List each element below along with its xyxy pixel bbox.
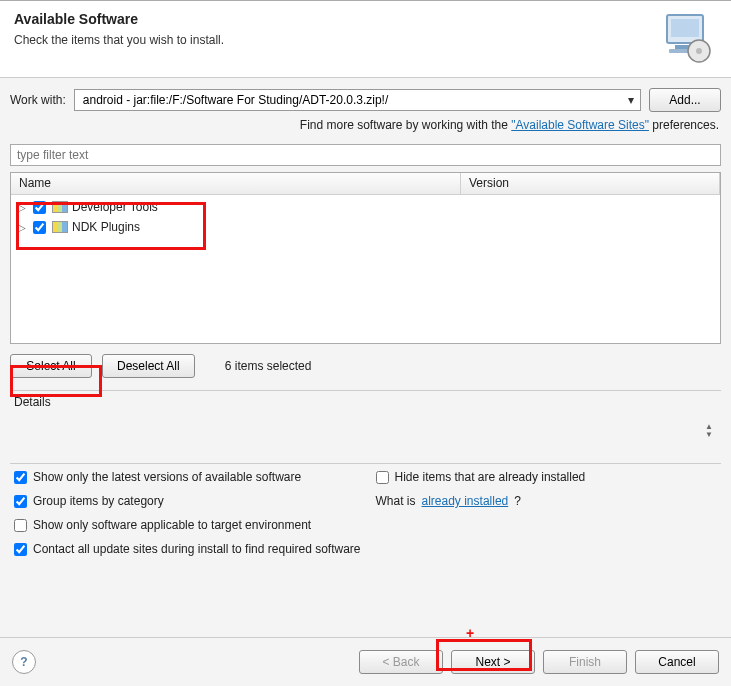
deselect-all-button[interactable]: Deselect All [102, 354, 195, 378]
expand-icon[interactable]: ▷ [17, 202, 27, 212]
category-icon [52, 221, 68, 233]
checkbox-target-env[interactable] [14, 519, 27, 532]
checkbox-contact-sites[interactable] [14, 543, 27, 556]
svg-point-5 [696, 48, 702, 54]
tree-checkbox[interactable] [33, 221, 46, 234]
checkbox-latest[interactable] [14, 471, 27, 484]
filter-input[interactable] [10, 144, 721, 166]
details-label: Details [14, 395, 721, 409]
add-button[interactable]: Add... [649, 88, 721, 112]
chevron-down-icon[interactable]: ▼ [705, 432, 713, 438]
opt-what-is: What is already installed? [376, 494, 718, 508]
checkbox-hide-installed[interactable] [376, 471, 389, 484]
opt-target-env[interactable]: Show only software applicable to target … [14, 518, 717, 532]
column-version[interactable]: Version [461, 173, 720, 194]
install-dialog: Available Software Check the items that … [0, 0, 731, 686]
work-with-combo[interactable]: ▾ [74, 89, 641, 111]
options-grid: Show only the latest versions of availab… [14, 470, 717, 556]
chevron-down-icon[interactable]: ▾ [624, 93, 638, 107]
dialog-header: Available Software Check the items that … [0, 1, 731, 78]
expand-icon[interactable]: ▷ [17, 222, 27, 232]
work-with-input[interactable] [81, 92, 624, 108]
page-subtitle: Check the items that you wish to install… [14, 33, 224, 47]
finish-button[interactable]: Finish [543, 650, 627, 674]
tree-item-label: Developer Tools [72, 200, 158, 214]
tree-checkbox[interactable] [33, 201, 46, 214]
next-button[interactable]: Next > [451, 650, 535, 674]
sites-info: Find more software by working with the "… [10, 118, 719, 132]
back-button[interactable]: < Back [359, 650, 443, 674]
opt-latest[interactable]: Show only the latest versions of availab… [14, 470, 356, 484]
annotation-cross-icon: + [466, 625, 474, 641]
checkbox-group[interactable] [14, 495, 27, 508]
dialog-footer: ? < Back Next > Finish Cancel [0, 637, 731, 686]
opt-hide-installed[interactable]: Hide items that are already installed [376, 470, 718, 484]
tree-row[interactable]: ▷ NDK Plugins [11, 217, 720, 237]
page-title: Available Software [14, 11, 224, 27]
already-installed-link[interactable]: already installed [422, 494, 509, 508]
cancel-button[interactable]: Cancel [635, 650, 719, 674]
category-icon [52, 201, 68, 213]
dialog-content: Work with: ▾ Add... Find more software b… [0, 78, 731, 556]
select-all-button[interactable]: Select All [10, 354, 92, 378]
details-scroll[interactable]: ▲ ▼ [705, 424, 713, 438]
selected-count: 6 items selected [225, 359, 312, 373]
available-sites-link[interactable]: "Available Software Sites" [511, 118, 649, 132]
work-with-label: Work with: [10, 93, 66, 107]
details-area: ▲ ▼ [10, 411, 721, 451]
help-icon[interactable]: ? [12, 650, 36, 674]
install-icon [657, 11, 717, 65]
column-name[interactable]: Name [11, 173, 461, 194]
opt-contact-sites[interactable]: Contact all update sites during install … [14, 542, 717, 556]
opt-group[interactable]: Group items by category [14, 494, 356, 508]
selection-actions: Select All Deselect All 6 items selected [10, 354, 721, 378]
tree-item-label: NDK Plugins [72, 220, 140, 234]
tree-row[interactable]: ▷ Developer Tools [11, 197, 720, 217]
svg-rect-1 [671, 19, 699, 37]
software-tree: Name Version ▷ Developer Tools ▷ NDK Plu… [10, 172, 721, 344]
